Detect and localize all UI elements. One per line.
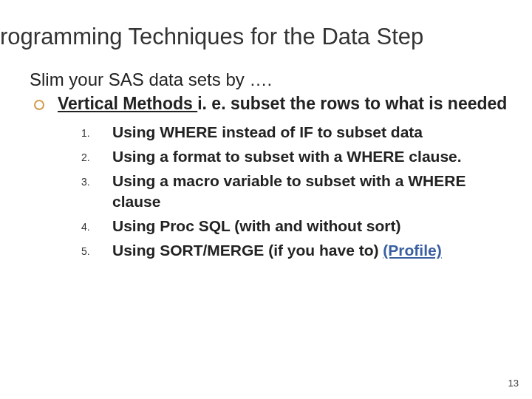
subheading-row: Vertical Methods i. e. subset the rows t… (34, 93, 517, 115)
profile-link[interactable]: (Profile) (383, 242, 441, 259)
list-item: Using a format to subset with a WHERE cl… (81, 146, 517, 166)
list-item: Using WHERE instead of IF to subset data (81, 122, 517, 142)
list-item: Using a macro variable to subset with a … (81, 171, 517, 211)
subheading-rest: i. e. subset the rows to what is needed (197, 94, 507, 113)
page-number: 13 (508, 378, 519, 389)
subheading-text: Vertical Methods i. e. subset the rows t… (58, 93, 507, 115)
slide-body: Slim your SAS data sets by …. Vertical M… (30, 69, 517, 265)
list-item: Using SORT/MERGE (if you have to) (Profi… (81, 240, 517, 260)
circle-bullet-icon (34, 100, 44, 110)
subheading-underlined: Vertical Methods (58, 94, 197, 113)
lead-text: Slim your SAS data sets by …. (30, 69, 517, 90)
slide-title: rogramming Techniques for the Data Step (0, 24, 532, 50)
list-item: Using Proc SQL (with and without sort) (81, 216, 517, 236)
numbered-list: Using WHERE instead of IF to subset data… (30, 122, 517, 261)
list-item-text: Using SORT/MERGE (if you have to) (112, 242, 383, 259)
slide: rogramming Techniques for the Data Step … (0, 0, 532, 399)
